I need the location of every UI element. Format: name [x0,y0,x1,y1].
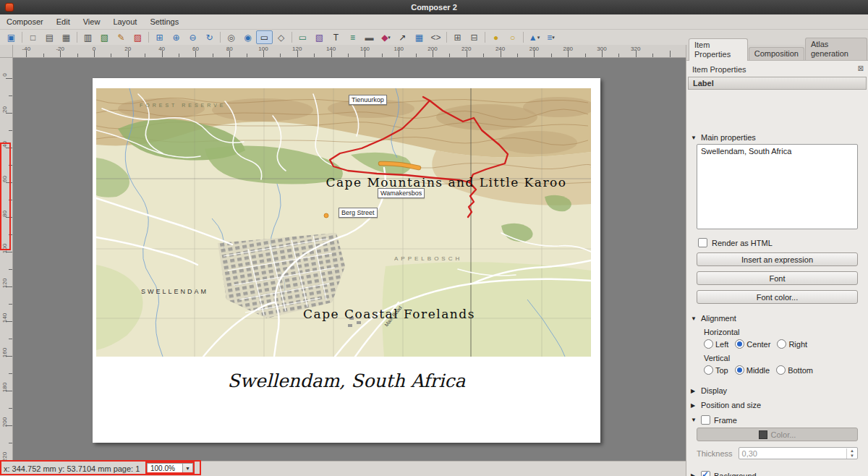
section-frame[interactable]: ▼ Frame [686,415,868,425]
caret-down-icon: ▼ [691,417,697,423]
callout-tienuurkop: Tienuurkop [349,95,387,105]
print-icon[interactable]: ▥ [80,30,96,44]
add-arrow-icon[interactable]: ↗ [394,30,411,44]
menu-composer[interactable]: Composer [0,15,50,29]
add-image-icon[interactable]: ▧ [311,30,328,44]
add-legend-icon[interactable]: ≡ [344,30,361,44]
toolbar-separator [523,32,524,43]
ruler-tick [9,408,12,409]
ruler-tick [179,54,179,57]
section-background[interactable]: ▶ Background [686,471,868,476]
ruler-tick [9,165,12,166]
new-composition-icon[interactable]: □ [25,30,41,44]
map-text-forest-reserve: FOREST RESERVE [140,103,226,108]
add-scalebar-icon[interactable]: ▬ [361,30,378,44]
panel-close-icon[interactable]: ⊠ [858,64,864,72]
ruler-label: 160 [1,347,8,360]
label-text-input[interactable]: Swellendam, South Africa [697,144,858,229]
horizontal-label: Horizontal [704,328,868,336]
vertical-label: Vertical [704,354,868,362]
section-position-and-size[interactable]: ▶ Position and size [686,401,868,409]
unlock-items-icon[interactable]: ○ [504,30,521,44]
frame-color-button[interactable]: Color... [697,428,858,441]
section-main-properties[interactable]: ▼ Main properties [686,133,868,142]
ungroup-items-icon[interactable]: ⊟ [466,30,482,44]
toolbar-separator [446,32,447,43]
export-svg-icon[interactable]: ✎ [113,30,129,44]
caret-right-icon: ▶ [691,472,697,476]
zoom-tool-icon[interactable]: ◉ [239,30,256,44]
tab-atlas-generation[interactable]: Atlas generation [805,38,867,60]
move-content-icon[interactable]: ◇ [273,30,289,44]
align-bottom-radio[interactable]: Bottom [776,365,813,375]
spinner-arrows-icon[interactable]: ▲▼ [846,449,857,459]
ruler-tick [618,54,619,57]
align-right-radio[interactable]: Right [777,339,807,349]
ruler-tick [145,54,145,57]
zoom-full-icon[interactable]: ⊞ [151,30,168,44]
background-checkbox[interactable] [701,471,710,476]
caret-right-icon: ▶ [691,402,697,409]
ruler-tick [416,54,417,57]
align-center-radio[interactable]: Center [735,339,770,349]
ruler-label: 180 [394,46,404,52]
zoom-combobox[interactable]: 100.0% ▼ [147,463,193,475]
ruler-label: 80 [1,208,8,221]
toolbar-separator [485,32,485,43]
pan-icon[interactable]: ◎ [223,30,239,44]
section-alignment[interactable]: ▼ Alignment [686,314,868,323]
map-text-area: APPELBOSCH [394,255,462,262]
section-display[interactable]: ▶ Display [686,386,868,395]
font-color-button[interactable]: Font color... [697,290,858,304]
dropdown-arrow-icon[interactable]: ▼ [182,464,192,474]
ruler-tick [670,51,671,57]
menu-settings[interactable]: Settings [143,15,185,29]
lock-items-icon[interactable]: ● [488,30,504,44]
menu-view[interactable]: View [77,15,107,29]
insert-expression-button[interactable]: Insert an expression [697,252,858,266]
panel-tabs: Item Properties Composition Atlas genera… [686,45,868,61]
tab-item-properties[interactable]: Item Properties [689,38,748,61]
menubar: ComposerEditViewLayoutSettings [0,14,868,30]
align-top-radio[interactable]: Top [704,365,728,375]
label-item-title[interactable]: Swellendam, South Africa [93,370,600,391]
save-icon[interactable]: ▣ [3,30,20,44]
menu-edit[interactable]: Edit [50,15,77,29]
group-items-icon[interactable]: ⊞ [449,30,466,44]
item-type-header: Label [688,77,867,90]
font-button[interactable]: Font [697,271,858,285]
refresh-view-icon[interactable]: ↻ [201,30,218,44]
zoom-out-icon[interactable]: ⊖ [184,30,201,44]
toolbar-separator [292,32,292,43]
align-left-radio[interactable]: Left [704,339,728,349]
callout-berg-street: Berg Street [339,208,378,218]
map-item[interactable]: FOREST RESERVE SWELLENDAM APPELBOSCH Mai… [96,88,591,357]
zoom-in-icon[interactable]: ⊕ [168,30,184,44]
align-middle-radio[interactable]: Middle [735,365,770,375]
add-map-icon[interactable]: ▭ [294,30,311,44]
thickness-spinbox[interactable]: 0,30 ▲▼ [739,447,858,459]
render-as-html-checkbox[interactable]: Render as HTML [698,238,856,247]
menu-layout[interactable]: Layout [106,15,143,29]
export-image-icon[interactable]: ▧ [96,30,113,44]
composition-manager-icon[interactable]: ▦ [58,30,75,44]
tab-composition[interactable]: Composition [749,47,804,60]
ruler-tick [348,54,349,57]
add-html-icon[interactable]: <> [427,30,444,44]
color-swatch [759,430,767,439]
select-move-item-icon[interactable]: ▭ [256,30,273,44]
export-pdf-icon[interactable]: ▨ [129,30,146,44]
add-table-icon[interactable]: ▦ [411,30,427,44]
align-items-icon[interactable]: ≡▾ [542,30,559,44]
ruler-label: 220 [1,451,8,462]
raise-items-icon[interactable]: ▲▾ [526,30,542,44]
composer-canvas[interactable]: FOREST RESERVE SWELLENDAM APPELBOSCH Mai… [13,58,686,461]
add-label-icon[interactable]: T [328,30,344,44]
ruler-label: 0 [1,69,8,82]
window-close-icon[interactable] [5,3,14,12]
add-shape-icon[interactable]: ◆▾ [378,30,394,44]
composition-page[interactable]: FOREST RESERVE SWELLENDAM APPELBOSCH Mai… [93,78,600,443]
map-label-mountains: Cape Mountains and Little Karoo [326,175,566,190]
duplicate-composition-icon[interactable]: ▤ [41,30,58,44]
frame-checkbox[interactable] [701,415,710,425]
